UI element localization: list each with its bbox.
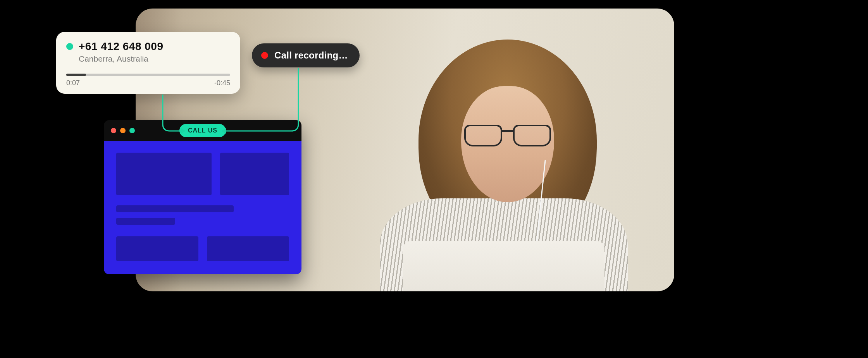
- window-close-icon[interactable]: [111, 128, 116, 133]
- window-maximize-icon[interactable]: [129, 128, 135, 133]
- call-progress-fill: [66, 74, 86, 76]
- recording-label: Call recording…: [274, 50, 348, 61]
- window-minimize-icon[interactable]: [120, 128, 126, 133]
- active-call-card: +61 412 648 009 Canberra, Australia 0:07…: [56, 32, 240, 94]
- call-progress[interactable]: 0:07 -0:45: [66, 74, 230, 87]
- browser-mock-window: CALL US: [104, 120, 301, 274]
- browser-body: [104, 141, 301, 274]
- elapsed-time: 0:07: [66, 79, 80, 87]
- browser-titlebar: CALL US: [104, 120, 301, 141]
- remaining-time: -0:45: [214, 79, 230, 87]
- recording-indicator: Call recording…: [252, 43, 360, 67]
- phone-number: +61 412 648 009: [79, 40, 163, 53]
- person-illustration: [364, 32, 643, 291]
- call-us-button[interactable]: CALL US: [179, 124, 226, 137]
- caller-location: Canberra, Australia: [79, 54, 230, 64]
- call-status-dot-icon: [66, 43, 73, 50]
- recording-dot-icon: [261, 52, 268, 59]
